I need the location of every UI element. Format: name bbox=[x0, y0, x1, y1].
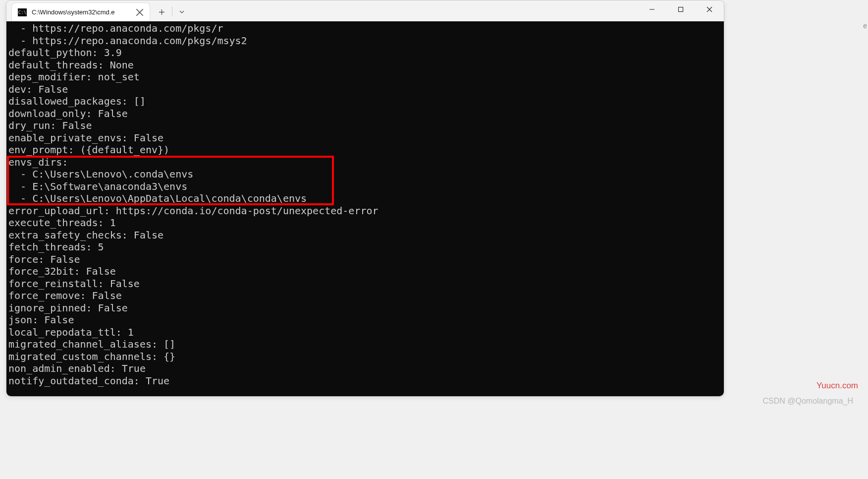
tab-title: C:\Windows\system32\cmd.e bbox=[32, 8, 131, 16]
terminal-line: env_prompt: ({default_env}) bbox=[8, 144, 722, 156]
terminal-line: force_remove: False bbox=[8, 290, 722, 302]
terminal-line: - C:\Users\Lenovo\AppData\Local\conda\co… bbox=[8, 192, 722, 205]
new-tab-button[interactable] bbox=[153, 2, 170, 21]
tab-divider bbox=[172, 6, 172, 16]
cmd-icon: C:\ bbox=[18, 8, 27, 16]
terminal-line: - C:\Users\Lenovo\.conda\envs bbox=[8, 168, 722, 180]
close-button[interactable] bbox=[695, 0, 724, 18]
tab-dropdown-button[interactable] bbox=[174, 2, 189, 21]
tab-close-button[interactable] bbox=[136, 8, 144, 16]
tab-active[interactable]: C:\ C:\Windows\system32\cmd.e bbox=[11, 2, 150, 21]
terminal-line: json: False bbox=[8, 314, 722, 326]
terminal-line: - https://repo.anaconda.com/pkgs/r bbox=[8, 22, 722, 35]
terminal-line: disallowed_packages: [] bbox=[8, 95, 722, 108]
terminal-line: default_python: 3.9 bbox=[8, 47, 722, 59]
terminal-output[interactable]: - https://repo.anaconda.com/pkgs/r - htt… bbox=[6, 21, 724, 396]
terminal-line: ignore_pinned: False bbox=[8, 302, 722, 314]
terminal-line: - https://repo.anaconda.com/pkgs/msys2 bbox=[8, 35, 722, 47]
terminal-line: download_only: False bbox=[8, 108, 722, 120]
window-titlebar: C:\ C:\Windows\system32\cmd.e bbox=[6, 0, 724, 21]
minimize-button[interactable] bbox=[638, 0, 666, 18]
watermark-csdn: CSDN @Qomolangma_H bbox=[762, 397, 853, 406]
terminal-line: default_threads: None bbox=[8, 59, 722, 71]
watermark-site: Yuucn.com bbox=[816, 381, 858, 391]
terminal-line: notify_outdated_conda: True bbox=[8, 375, 722, 387]
terminal-line: extra_safety_checks: False bbox=[8, 229, 722, 241]
terminal-line: dev: False bbox=[8, 83, 722, 96]
terminal-line: local_repodata_ttl: 1 bbox=[8, 326, 722, 339]
terminal-line: - E:\Software\anaconda3\envs bbox=[8, 180, 722, 193]
maximize-button[interactable] bbox=[666, 0, 695, 18]
terminal-line: deps_modifier: not_set bbox=[8, 71, 722, 83]
svg-rect-0 bbox=[679, 7, 683, 12]
terminal-line: fetch_threads: 5 bbox=[8, 241, 722, 253]
terminal-line: force_reinstall: False bbox=[8, 278, 722, 290]
terminal-line: execute_threads: 1 bbox=[8, 217, 722, 229]
background-stray-char: e bbox=[863, 22, 867, 30]
terminal-line: force_32bit: False bbox=[8, 265, 722, 278]
terminal-line: migrated_channel_aliases: [] bbox=[8, 338, 722, 351]
terminal-line: dry_run: False bbox=[8, 120, 722, 132]
window-controls bbox=[638, 0, 724, 21]
terminal-line: migrated_custom_channels: {} bbox=[8, 351, 722, 363]
terminal-line: envs_dirs: bbox=[8, 156, 722, 169]
terminal-line: enable_private_envs: False bbox=[8, 132, 722, 144]
terminal-line: error_upload_url: https://conda.io/conda… bbox=[8, 205, 722, 217]
terminal-line: non_admin_enabled: True bbox=[8, 362, 722, 375]
terminal-window: C:\ C:\Windows\system32\cmd.e - https:// bbox=[6, 0, 724, 397]
terminal-line: force: False bbox=[8, 253, 722, 266]
